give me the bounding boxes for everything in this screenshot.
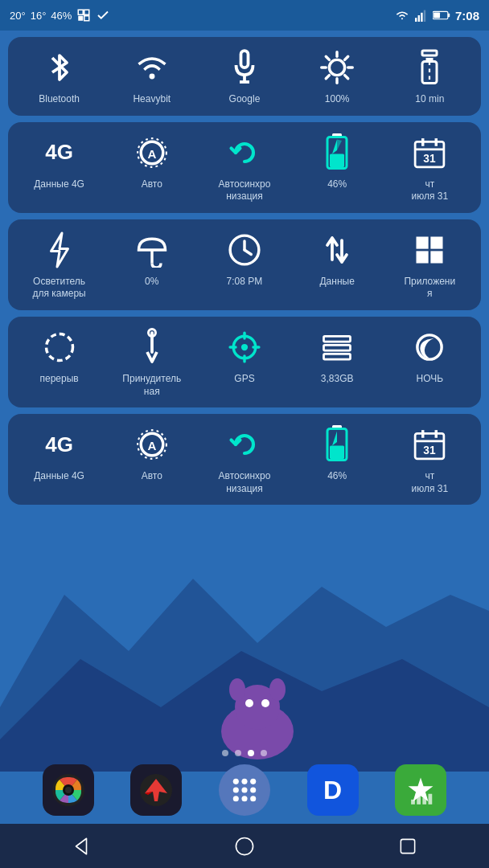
tile-4g-2-label: Данные 4G xyxy=(34,470,84,483)
tile-timer[interactable]: 10 min xyxy=(389,47,470,106)
nav-bar xyxy=(0,824,489,868)
nav-back[interactable] xyxy=(61,826,101,866)
svg-text:31: 31 xyxy=(424,153,437,165)
tile-autosync[interactable]: Автосинхронизация xyxy=(204,132,285,203)
svg-rect-99 xyxy=(429,794,433,805)
svg-rect-4 xyxy=(415,18,417,22)
tile-autosync-label: Автосинхронизация xyxy=(219,178,271,203)
svg-point-79 xyxy=(261,699,269,707)
tile-night[interactable]: НОЧЬ xyxy=(389,326,470,386)
dock-icons: D xyxy=(0,764,489,816)
svg-marker-34 xyxy=(332,139,337,154)
dock-dict[interactable]: D xyxy=(307,764,359,816)
tile-calendar-2[interactable]: 31 чтиюля 31 xyxy=(389,424,470,495)
status-bar: 20° 16° 46% xyxy=(0,0,489,31)
svg-rect-5 xyxy=(418,15,420,22)
svg-rect-33 xyxy=(330,154,344,167)
tile-auto[interactable]: A Авто xyxy=(112,132,192,191)
wifi-icon xyxy=(131,47,173,88)
svg-point-91 xyxy=(250,787,256,792)
quick-panel-2: 4G Данные 4G A Авто xyxy=(8,122,481,213)
svg-rect-67 xyxy=(330,446,344,460)
tile-battery[interactable]: 46% xyxy=(297,132,377,191)
svg-point-92 xyxy=(233,796,239,801)
temp-low: 16° xyxy=(31,10,47,22)
status-right: 7:08 xyxy=(394,9,479,23)
nav-home[interactable] xyxy=(224,826,265,866)
dot-2[interactable] xyxy=(235,750,241,756)
tile-apps[interactable]: Приложения xyxy=(389,229,470,301)
storage-icon xyxy=(316,326,358,368)
tile-heavybit[interactable]: Heavybit xyxy=(112,47,192,106)
dot-4[interactable] xyxy=(261,750,267,756)
svg-rect-48 xyxy=(417,251,429,263)
tile-bluetooth[interactable]: Bluetooth xyxy=(19,47,100,106)
dock-star[interactable] xyxy=(395,764,446,816)
tile-brightness[interactable]: 100% xyxy=(297,47,377,106)
calendar-icon-2: 31 xyxy=(409,424,450,465)
tile-google[interactable]: Google xyxy=(204,47,285,106)
svg-line-45 xyxy=(244,250,251,255)
dock-leo[interactable] xyxy=(43,764,94,816)
svg-rect-46 xyxy=(417,236,429,248)
svg-line-23 xyxy=(326,76,329,79)
tile-4g[interactable]: 4G Данные 4G xyxy=(19,132,100,191)
svg-rect-1 xyxy=(84,10,89,14)
tile-break[interactable]: перерыв xyxy=(19,326,100,386)
flash-icon xyxy=(39,229,80,271)
svg-text:31: 31 xyxy=(424,445,437,457)
tile-flash-label: Осветительдля камеры xyxy=(32,276,85,301)
dock-apps-drawer[interactable] xyxy=(219,764,270,816)
tile-4g-label: Данные 4G xyxy=(34,178,84,191)
battery-icon xyxy=(316,132,358,174)
auto-rotate-icon: A xyxy=(131,132,173,174)
tile-auto-2[interactable]: A Авто xyxy=(112,424,192,483)
temp-high: 20° xyxy=(10,10,26,22)
tile-storage[interactable]: 3,83GB xyxy=(297,326,377,386)
dot-1[interactable] xyxy=(222,750,228,756)
svg-rect-97 xyxy=(417,796,421,805)
svg-point-90 xyxy=(241,787,247,792)
quick-panel-1: Bluetooth Heavybit xyxy=(8,37,481,116)
tile-clock[interactable]: 7:08 PM xyxy=(204,229,285,289)
svg-point-53 xyxy=(241,344,248,350)
svg-rect-47 xyxy=(431,236,443,248)
svg-rect-102 xyxy=(401,839,414,853)
tile-calendar[interactable]: 31 чтиюля 31 xyxy=(389,132,470,203)
tasker-icon xyxy=(76,8,91,23)
tile-autosync-2[interactable]: Автосинхронизация xyxy=(204,424,285,495)
tile-auto-2-label: Авто xyxy=(142,470,162,483)
tile-battery-2[interactable]: 46% xyxy=(297,424,377,483)
svg-rect-2 xyxy=(79,16,84,21)
svg-text:A: A xyxy=(147,146,156,160)
signal-icon xyxy=(415,9,428,22)
svg-line-21 xyxy=(345,76,348,79)
tile-bluetooth-label: Bluetooth xyxy=(39,93,80,106)
umbrella-icon xyxy=(131,229,173,271)
data-arrows-icon xyxy=(316,229,358,271)
svg-marker-41 xyxy=(51,233,68,267)
auto-rotate-icon-2: A xyxy=(131,424,173,465)
tile-flash[interactable]: Осветительдля камеры xyxy=(19,229,100,301)
tile-force[interactable]: Принудительная xyxy=(112,326,192,398)
calendar-icon: 31 xyxy=(409,132,450,174)
check-icon xyxy=(96,8,110,23)
clock-icon xyxy=(224,229,265,271)
tile-data-label: Данные xyxy=(319,276,354,289)
night-icon xyxy=(409,326,450,368)
svg-point-93 xyxy=(241,796,247,801)
bluetooth-icon xyxy=(39,47,80,88)
svg-point-50 xyxy=(46,334,72,360)
nav-recent[interactable] xyxy=(388,826,428,866)
svg-rect-59 xyxy=(324,345,351,350)
tile-4g-2[interactable]: 4G Данные 4G xyxy=(19,424,100,483)
tile-timer-label: 10 min xyxy=(415,93,444,106)
tile-gps[interactable]: GPS xyxy=(204,326,285,386)
tile-data[interactable]: Данные xyxy=(297,229,377,289)
svg-rect-49 xyxy=(431,251,443,263)
dot-3[interactable] xyxy=(248,750,254,756)
4g-icon-2: 4G xyxy=(39,424,80,465)
dock-plane[interactable] xyxy=(130,764,182,816)
svg-rect-6 xyxy=(421,13,422,22)
tile-umbrella[interactable]: 0% xyxy=(112,229,192,289)
